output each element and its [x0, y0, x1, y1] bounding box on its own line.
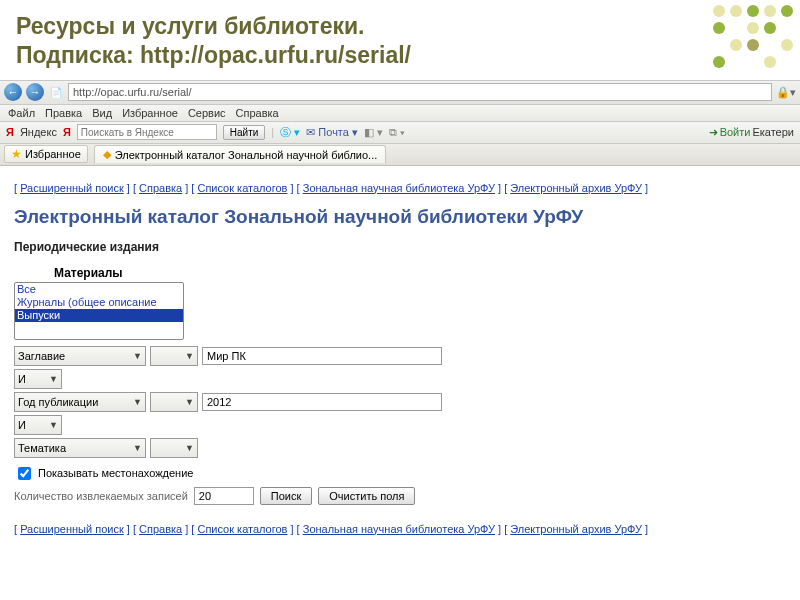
menu-tools[interactable]: Сервис [188, 107, 226, 119]
tab-bar: ★ Избранное ◆ Электронный каталог Зональ… [0, 144, 800, 166]
count-label: Количество извлекаемых записей [14, 490, 188, 502]
star-icon: ★ [11, 147, 22, 161]
navigation-bar: ← → 📄 http://opac.urfu.ru/serial/ 🔒▾ [0, 81, 800, 105]
menu-view[interactable]: Вид [92, 107, 112, 119]
skype-icon[interactable]: Ⓢ ▾ [280, 125, 300, 140]
favorites-label: Избранное [25, 148, 81, 160]
menu-help[interactable]: Справка [236, 107, 279, 119]
bool-select-1[interactable]: И▼ [14, 369, 62, 389]
top-links: [ Расширенный поиск ] [ Справка ] [ Спис… [14, 182, 786, 194]
forward-button[interactable]: → [26, 83, 44, 101]
slide-title-line2: Подписка: http://opac.urfu.ru/serial/ [16, 41, 784, 70]
link-catalogs-2[interactable]: Список каталогов [197, 523, 287, 535]
op-select-3[interactable]: ▼ [150, 438, 198, 458]
link-advanced-search[interactable]: Расширенный поиск [20, 182, 124, 194]
menu-bar: Файл Правка Вид Избранное Сервис Справка [0, 105, 800, 122]
op-select-2[interactable]: ▼ [150, 392, 198, 412]
materials-opt-issues: Выпуски [15, 309, 183, 322]
input-year[interactable] [202, 393, 442, 411]
materials-opt-all: Все [15, 283, 183, 296]
search-button[interactable]: Поиск [260, 487, 312, 505]
materials-label: Материалы [54, 266, 786, 280]
menu-edit[interactable]: Правка [45, 107, 82, 119]
field-select-3[interactable]: Тематика▼ [14, 438, 146, 458]
address-bar[interactable]: http://opac.urfu.ru/serial/ [68, 83, 772, 101]
slide-title: Ресурсы и услуги библиотеки. Подписка: h… [0, 0, 800, 80]
back-button[interactable]: ← [4, 83, 22, 101]
link-help-2[interactable]: Справка [139, 523, 182, 535]
materials-list[interactable]: Все Журналы (общее описание Выпуски [14, 282, 184, 340]
page-icon: 📄 [50, 87, 62, 98]
menu-favorites[interactable]: Избранное [122, 107, 178, 119]
tab-title: Электронный каталог Зональной научной би… [115, 149, 378, 161]
login-area[interactable]: ➜ Войти Екатери [709, 126, 794, 139]
tab-current[interactable]: ◆ Электронный каталог Зональной научной … [94, 145, 387, 163]
toolbar-item-1[interactable]: ◧ ▾ [364, 126, 383, 139]
login-button[interactable]: Войти [720, 126, 751, 138]
show-location-label: Показывать местонахождение [38, 467, 193, 479]
yandex-brand: Яндекс [20, 126, 57, 138]
browser-window: ← → 📄 http://opac.urfu.ru/serial/ 🔒▾ Фай… [0, 80, 800, 555]
op-select-1[interactable]: ▼ [150, 346, 198, 366]
favorites-button[interactable]: ★ Избранное [4, 145, 88, 163]
bottom-links: [ Расширенный поиск ] [ Справка ] [ Спис… [14, 523, 786, 535]
yandex-search-button[interactable]: Найти [223, 125, 266, 140]
user-name: Екатери [752, 126, 794, 138]
count-input[interactable] [194, 487, 254, 505]
page-title: Электронный каталог Зональной научной би… [14, 206, 786, 228]
page-content: [ Расширенный поиск ] [ Справка ] [ Спис… [0, 166, 800, 555]
field-select-1[interactable]: Заглавие▼ [14, 346, 146, 366]
clear-button[interactable]: Очистить поля [318, 487, 415, 505]
link-library-2[interactable]: Зональная научная библиотека УрФУ [303, 523, 495, 535]
input-title[interactable] [202, 347, 442, 365]
yandex-search-input[interactable] [77, 124, 217, 140]
menu-file[interactable]: Файл [8, 107, 35, 119]
separator: | [271, 126, 274, 138]
link-catalogs[interactable]: Список каталогов [197, 182, 287, 194]
yandex-toolbar: Я Яндекс Я Найти | Ⓢ ▾ ✉ Почта ▾ ◧ ▾ ⧉ ▾… [0, 122, 800, 144]
security-icon: 🔒▾ [776, 86, 796, 99]
materials-opt-journals: Журналы (общее описание [15, 296, 183, 309]
decorative-dots [713, 5, 795, 70]
toolbar-item-2[interactable]: ⧉ ▾ [389, 126, 405, 139]
login-icon: ➜ [709, 126, 718, 139]
field-select-2[interactable]: Год публикации▼ [14, 392, 146, 412]
link-help[interactable]: Справка [139, 182, 182, 194]
link-archive-2[interactable]: Электронный архив УрФУ [510, 523, 642, 535]
link-archive[interactable]: Электронный архив УрФУ [510, 182, 642, 194]
slide-title-line1: Ресурсы и услуги библиотеки. [16, 12, 784, 41]
link-library[interactable]: Зональная научная библиотека УрФУ [303, 182, 495, 194]
bool-select-2[interactable]: И▼ [14, 415, 62, 435]
yandex-logo: Я [6, 126, 14, 138]
tab-favicon: ◆ [103, 148, 111, 161]
page-subtitle: Периодические издания [14, 240, 786, 254]
yandex-y-icon: Я [63, 126, 71, 138]
link-advanced-search-2[interactable]: Расширенный поиск [20, 523, 124, 535]
show-location-checkbox[interactable] [18, 467, 31, 480]
mail-link[interactable]: ✉ Почта ▾ [306, 126, 358, 139]
